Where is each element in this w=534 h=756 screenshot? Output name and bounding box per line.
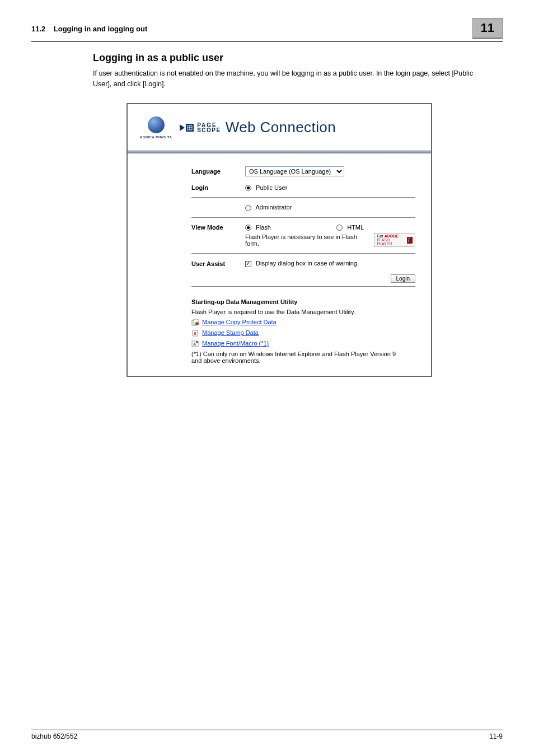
user-assist-label: User Assist: [191, 260, 245, 267]
pagescope-triangle-icon: [180, 124, 185, 131]
login-label: Login: [191, 184, 245, 191]
html-radio[interactable]: [336, 225, 343, 231]
web-connection-title: Web Connection: [226, 119, 336, 136]
flash-f-icon: [407, 237, 413, 244]
running-header: 11.2 Logging in and logging out: [31, 25, 147, 33]
view-mode-label: View Mode: [191, 224, 245, 231]
data-management-footnote: (*1) Can only run on Windows Internet Ex…: [191, 349, 419, 366]
globe-icon: [148, 116, 165, 133]
gradient-separator: [128, 150, 431, 153]
get-adobe-flash-badge[interactable]: Get ADOBE FLASH PLAYER: [374, 233, 415, 247]
manage-font-macro-link[interactable]: Manage Font/Macro (*1): [202, 340, 269, 347]
svg-point-10: [196, 341, 198, 343]
km-logo-text: KONICA MINOLTA: [140, 136, 172, 139]
display-dialog-checkbox[interactable]: [245, 261, 251, 267]
data-management-heading: Starting-up Data Management Utility: [191, 297, 419, 307]
html-option: HTML: [347, 224, 364, 231]
pagescope-logo: PAGE SCOPE Web Connection: [180, 119, 336, 136]
copy-protect-icon: [191, 319, 199, 326]
pagescope-square-icon: [186, 124, 194, 132]
konica-minolta-logo: KONICA MINOLTA: [140, 116, 172, 139]
language-select[interactable]: OS Language (OS Language): [245, 166, 344, 176]
flash-radio[interactable]: [245, 225, 251, 231]
separator: [191, 217, 415, 218]
pagescope-scope: SCOPE: [197, 128, 221, 133]
separator: [191, 253, 415, 254]
manage-stamp-link[interactable]: Manage Stamp Data: [202, 329, 259, 336]
flash-option: Flash: [256, 224, 271, 231]
manage-copy-protect-link[interactable]: Manage Copy Protect Data: [202, 319, 277, 325]
footer-page-number: 11-9: [489, 732, 503, 740]
public-user-radio[interactable]: [245, 185, 251, 191]
administrator-option: Administrator: [255, 204, 292, 211]
footer-model: bizhub 652/552: [31, 732, 77, 740]
separator: [191, 197, 415, 198]
body-paragraph: If user authentication is not enabled on…: [31, 68, 503, 90]
login-button[interactable]: Login: [391, 274, 415, 283]
adobe-get: Get: [377, 234, 383, 238]
public-user-option: Public User: [256, 184, 287, 191]
section-number: 11.2: [31, 25, 45, 33]
flash-note: Flash Player is necessary to see in Flas…: [245, 234, 371, 247]
separator: [191, 286, 415, 287]
administrator-radio[interactable]: [245, 205, 251, 211]
svg-point-5: [195, 322, 199, 325]
adobe-flash: FLASH PLAYER: [377, 238, 392, 246]
svg-text:S: S: [194, 332, 196, 335]
display-dialog-option: Display dialog box in case of warning.: [256, 260, 359, 267]
font-macro-icon: A: [191, 340, 199, 347]
login-screenshot: KONICA MINOLTA PAGE SCOPE: [127, 103, 432, 377]
language-label: Language: [191, 168, 245, 175]
section-title: Logging in and logging out: [54, 25, 148, 33]
stamp-icon: S: [191, 330, 199, 337]
page-heading: Logging in as a public user: [93, 52, 503, 64]
adobe-name: ADOBE: [385, 234, 399, 238]
data-management-note: Flash Player is required to use the Data…: [191, 307, 419, 317]
svg-text:A: A: [193, 342, 196, 346]
chapter-tab: 11: [472, 18, 503, 39]
